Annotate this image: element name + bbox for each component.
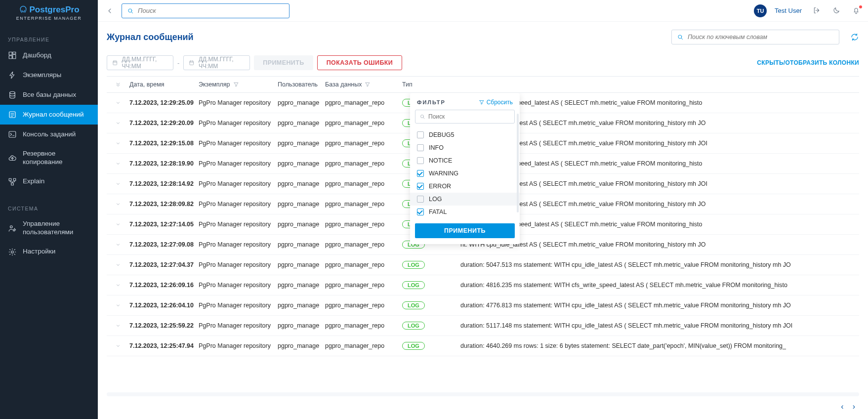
sidebar-item-terminal[interactable]: Консоль заданий xyxy=(0,125,98,144)
cell-message: duration: 4640.269 ms rows: 1 size: 6 by… xyxy=(460,342,859,349)
filter-apply-button[interactable]: ПРИМЕНИТЬ xyxy=(415,223,515,238)
expand-row-toggle[interactable] xyxy=(107,100,129,106)
bolt-icon xyxy=(8,71,17,80)
keyword-search-input[interactable] xyxy=(688,34,834,41)
col-instance[interactable]: Экземпляр xyxy=(199,81,278,88)
cell-database: pgpro_manager_repo xyxy=(325,282,402,289)
sidebar-item-label: Все базы данных xyxy=(23,91,76,99)
checkbox-icon xyxy=(417,157,424,164)
svg-rect-16 xyxy=(190,61,194,65)
toggle-columns-link[interactable]: СКРЫТЬ/ОТОБРАЗИТЬ КОЛОНКИ xyxy=(757,59,859,66)
gear-icon xyxy=(8,248,17,256)
filter-option-label: INFO xyxy=(429,144,444,151)
double-chevron-down-icon xyxy=(115,81,122,88)
filter-option-label: NOTICE xyxy=(429,157,452,164)
global-search[interactable] xyxy=(122,3,289,18)
expand-row-toggle[interactable] xyxy=(107,161,129,167)
chevron-down-icon xyxy=(115,120,121,126)
cell-database: pgpro_manager_repo xyxy=(325,99,402,106)
global-search-input[interactable] xyxy=(138,7,284,14)
expand-row-toggle[interactable] xyxy=(107,262,129,268)
cell-user: pgpro_manage xyxy=(278,140,325,147)
sidebar-item-databases[interactable]: Все базы данных xyxy=(0,85,98,105)
status-badge: LOG xyxy=(402,322,425,330)
cell-database: pgpro_manager_repo xyxy=(325,322,402,329)
expand-row-toggle[interactable] xyxy=(107,282,129,288)
user-name[interactable]: Test User xyxy=(775,7,802,14)
date-from-input[interactable]: ДД.ММ.ГГГГ, ЧЧ:ММ xyxy=(107,55,173,70)
filter-title: ФИЛЬТР xyxy=(417,99,446,105)
cell-database: pgpro_manager_repo xyxy=(325,160,402,167)
table-body[interactable]: 7.12.2023, 12:29:25.09PgPro Manager repo… xyxy=(107,93,859,389)
back-button[interactable] xyxy=(105,6,115,16)
svg-rect-2 xyxy=(13,55,16,59)
cell-user: pgpro_manage xyxy=(278,120,325,126)
logout-button[interactable] xyxy=(813,6,822,15)
filter-option-log[interactable]: LOG xyxy=(410,193,520,206)
svg-point-13 xyxy=(128,8,132,12)
cell-user: pgpro_manage xyxy=(278,241,325,248)
filter-search[interactable] xyxy=(415,110,515,124)
pager-prev[interactable]: ‹ xyxy=(841,402,843,411)
expand-row-toggle[interactable] xyxy=(107,120,129,126)
table-row: 7.12.2023, 12:26:09.16PgPro Manager repo… xyxy=(107,275,859,295)
expand-row-toggle[interactable] xyxy=(107,343,129,349)
expand-row-toggle[interactable] xyxy=(107,323,129,329)
filter-option-info[interactable]: INFO xyxy=(410,141,520,154)
search-icon xyxy=(127,7,134,14)
col-user[interactable]: Пользователь xyxy=(278,81,325,88)
cell-datetime: 7.12.2023, 12:28:09.82 xyxy=(129,201,199,208)
cell-instance: PgPro Manager repository xyxy=(199,342,278,349)
col-datetime[interactable]: Дата, время xyxy=(129,81,199,88)
avatar[interactable]: TU xyxy=(754,4,767,17)
cell-database: pgpro_manager_repo xyxy=(325,180,402,187)
reset-funnel-icon xyxy=(479,99,485,105)
cell-instance: PgPro Manager repository xyxy=(199,241,278,248)
filter-option-notice[interactable]: NOTICE xyxy=(410,154,520,167)
sidebar-item-gear[interactable]: Настройки xyxy=(0,242,98,262)
date-to-input[interactable]: ДД.ММ.ГГГГ, ЧЧ:ММ xyxy=(183,55,250,70)
expand-row-toggle[interactable] xyxy=(107,140,129,146)
notifications-button[interactable] xyxy=(852,6,861,15)
expand-row-toggle[interactable] xyxy=(107,302,129,308)
log-icon xyxy=(8,110,17,119)
show-errors-button[interactable]: ПОКАЗАТЬ ОШИБКИ xyxy=(317,55,403,70)
filter-option-label: DEBUG5 xyxy=(429,131,454,138)
cell-user: pgpro_manage xyxy=(278,342,325,349)
col-database[interactable]: База данных xyxy=(325,81,402,88)
theme-toggle[interactable] xyxy=(832,6,841,15)
svg-rect-8 xyxy=(13,178,16,181)
filter-option-warning[interactable]: WARNING xyxy=(410,167,520,180)
expand-row-toggle[interactable] xyxy=(107,221,129,227)
sidebar-item-bolt[interactable]: Экземпляры xyxy=(0,65,98,85)
chevron-down-icon xyxy=(115,282,121,288)
expand-all-toggle[interactable] xyxy=(107,81,129,88)
horizontal-scrollbar[interactable] xyxy=(107,392,859,396)
filter-option-error[interactable]: ERROR xyxy=(410,180,520,193)
sidebar-item-diagram[interactable]: Explain xyxy=(0,172,98,192)
sidebar-item-log[interactable]: Журнал сообщений xyxy=(0,105,98,125)
pager-next[interactable]: › xyxy=(853,402,855,411)
nav-header-manage: УПРАВЛЕНИЕ xyxy=(0,34,98,45)
sidebar-item-user-cog[interactable]: Управление пользователями xyxy=(0,214,98,242)
nav-header-system: СИСТЕМА xyxy=(0,203,98,214)
filter-search-input[interactable] xyxy=(428,113,510,120)
sidebar-item-cloud-upload[interactable]: Резервное копирование xyxy=(0,144,98,172)
filter-option-debug5[interactable]: DEBUG5 xyxy=(410,128,520,141)
expand-row-toggle[interactable] xyxy=(107,242,129,248)
cell-datetime: 7.12.2023, 12:25:47.94 xyxy=(129,342,199,349)
refresh-button[interactable] xyxy=(850,33,859,42)
filter-option-fatal[interactable]: FATAL xyxy=(410,206,520,218)
date-to-placeholder: ДД.ММ.ГГГГ, ЧЧ:ММ xyxy=(199,56,245,70)
keyword-search[interactable] xyxy=(671,30,839,44)
cell-message: nt: WITH cpu_idle_latest AS ( SELECT mh.… xyxy=(460,241,859,248)
col-type[interactable]: Тип xyxy=(402,81,435,88)
filter-reset-link[interactable]: Сбросить xyxy=(479,99,513,106)
expand-row-toggle[interactable] xyxy=(107,181,129,187)
popover-scrollbar[interactable] xyxy=(517,114,519,212)
sidebar-item-label: Explain xyxy=(23,177,44,186)
cell-message: duration: 4776.813 ms statement: WITH cp… xyxy=(460,302,859,309)
filter-toolbar: ДД.ММ.ГГГГ, ЧЧ:ММ - ДД.ММ.ГГГГ, ЧЧ:ММ ПР… xyxy=(107,55,859,70)
sidebar-item-dashboard[interactable]: Дашборд xyxy=(0,45,98,65)
expand-row-toggle[interactable] xyxy=(107,201,129,207)
